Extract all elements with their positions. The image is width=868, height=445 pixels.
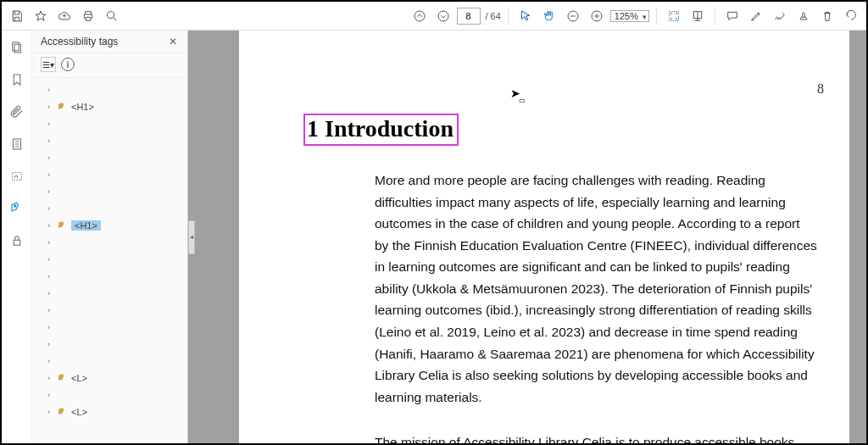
collapse-panel-handle[interactable]: ◂ bbox=[188, 220, 195, 254]
tag-tree-item[interactable]: ›<P> bbox=[41, 387, 187, 403]
page-up-icon[interactable] bbox=[409, 6, 430, 26]
separator bbox=[715, 8, 715, 25]
chevron-right-icon[interactable]: › bbox=[47, 170, 50, 179]
body-paragraph: More and more people are facing challeng… bbox=[375, 170, 817, 408]
chevron-right-icon[interactable]: › bbox=[47, 391, 50, 399]
cloud-upload-icon[interactable] bbox=[54, 6, 75, 26]
chevron-right-icon[interactable]: › bbox=[47, 187, 50, 196]
separator bbox=[508, 8, 509, 25]
tag-tree-item[interactable]: ›<P> bbox=[41, 200, 187, 217]
delete-icon[interactable] bbox=[817, 6, 837, 26]
heading-tag-icon bbox=[58, 220, 68, 231]
security-icon[interactable] bbox=[8, 232, 25, 249]
undo-icon[interactable] bbox=[841, 6, 861, 26]
close-panel-icon[interactable]: ✕ bbox=[169, 36, 181, 47]
page-total-label: / 64 bbox=[486, 11, 501, 21]
tree-options-icon[interactable]: ☰▾ bbox=[41, 57, 56, 72]
accessibility-tags-icon[interactable] bbox=[8, 200, 25, 217]
cursor-indicator: ➤▭ bbox=[510, 86, 527, 100]
chevron-right-icon[interactable]: › bbox=[47, 103, 54, 111]
fit-page-icon[interactable] bbox=[664, 6, 684, 26]
zoom-in-icon[interactable] bbox=[587, 6, 607, 26]
tag-tree-item[interactable]: ›<P> bbox=[41, 302, 187, 319]
svg-point-11 bbox=[14, 205, 15, 207]
bookmarks-icon[interactable] bbox=[8, 71, 25, 88]
tag-label: <L> bbox=[71, 373, 87, 383]
chevron-right-icon[interactable]: › bbox=[47, 120, 50, 128]
comment-icon[interactable] bbox=[722, 6, 743, 26]
tag-tree-item[interactable]: ›<P> bbox=[41, 285, 187, 302]
info-icon[interactable]: i bbox=[61, 58, 75, 71]
tag-tree-item[interactable]: ›<L> bbox=[41, 403, 187, 420]
page-number-label: 8 bbox=[817, 81, 824, 97]
tag-tree-item-selected[interactable]: ›<H1> bbox=[41, 217, 187, 234]
chevron-right-icon[interactable]: › bbox=[47, 238, 50, 247]
chevron-right-icon[interactable]: › bbox=[47, 86, 50, 94]
body-paragraph: The mission of Accessibility Library Cel… bbox=[375, 431, 817, 443]
select-tool-icon[interactable] bbox=[515, 6, 536, 26]
chevron-right-icon[interactable]: › bbox=[47, 289, 50, 298]
page-down-icon[interactable] bbox=[433, 6, 453, 26]
tag-tree-item[interactable]: ›<P> bbox=[41, 234, 187, 251]
accessibility-tags-panel: Accessibility tags ✕ ☰▾ i ›<P>›<H1>›<P>›… bbox=[32, 31, 188, 443]
chevron-right-icon[interactable]: › bbox=[47, 255, 50, 264]
page-number-input[interactable] bbox=[457, 8, 481, 25]
zoom-out-icon[interactable] bbox=[563, 6, 583, 26]
zoom-dropdown[interactable]: 125% bbox=[610, 10, 649, 22]
document-viewport[interactable]: ◂ ➤▭ 8 1 Introduction More and more peop… bbox=[188, 31, 866, 443]
thumbnails-icon[interactable] bbox=[8, 39, 25, 56]
tags-tree[interactable]: ›<P>›<H1>›<P>›<P>›<P>›<P>›<P>›<P>›<H1>›<… bbox=[32, 78, 187, 443]
chevron-right-icon[interactable]: › bbox=[47, 340, 50, 348]
tag-tree-item[interactable]: ›<P> bbox=[41, 166, 187, 183]
separator bbox=[656, 8, 657, 25]
tag-tree-item[interactable]: ›<P> bbox=[41, 336, 187, 353]
tag-tree-item[interactable]: ›<L> bbox=[41, 370, 187, 387]
tag-tree-item[interactable]: ›<P> bbox=[41, 115, 187, 132]
tag-tree-item[interactable]: ›<P> bbox=[41, 132, 187, 149]
svg-point-0 bbox=[108, 11, 114, 18]
chevron-right-icon[interactable]: › bbox=[47, 408, 54, 416]
tag-tree-item[interactable]: ›<P> bbox=[41, 183, 187, 200]
document-page: ➤▭ 8 1 Introduction More and more people… bbox=[239, 31, 849, 443]
print-icon[interactable] bbox=[78, 6, 98, 26]
search-icon[interactable] bbox=[102, 6, 122, 26]
tag-tree-item[interactable]: ›<P> bbox=[41, 268, 187, 285]
layers-icon[interactable] bbox=[8, 136, 25, 153]
heading-tag-icon bbox=[58, 373, 68, 383]
tag-tree-item[interactable]: ›<P> bbox=[41, 81, 187, 98]
hand-tool-icon[interactable] bbox=[539, 6, 559, 26]
tag-tree-item[interactable]: ›<P> bbox=[41, 251, 187, 268]
tag-tree-item[interactable]: ›<P> bbox=[41, 149, 187, 166]
heading-tag-icon bbox=[58, 102, 68, 112]
chevron-right-icon[interactable]: › bbox=[47, 374, 54, 382]
tag-tree-item[interactable]: ›<P> bbox=[41, 319, 187, 336]
save-icon[interactable] bbox=[7, 6, 27, 26]
read-mode-icon[interactable] bbox=[687, 6, 708, 26]
attachments-icon[interactable] bbox=[8, 103, 25, 120]
chevron-right-icon[interactable]: › bbox=[47, 221, 54, 230]
chevron-right-icon[interactable]: › bbox=[47, 323, 50, 331]
sign-icon[interactable] bbox=[770, 6, 790, 26]
highlight-icon[interactable] bbox=[746, 6, 766, 26]
signatures-icon[interactable] bbox=[8, 168, 25, 185]
svg-point-1 bbox=[415, 11, 425, 21]
chevron-right-icon[interactable]: › bbox=[47, 306, 50, 314]
chevron-right-icon[interactable]: › bbox=[47, 204, 50, 213]
svg-rect-8 bbox=[14, 44, 21, 53]
tag-tree-item[interactable]: ›<H1> bbox=[41, 98, 187, 115]
chevron-right-icon[interactable]: › bbox=[47, 272, 50, 281]
tag-label: <H1> bbox=[71, 220, 101, 231]
chevron-right-icon[interactable]: › bbox=[47, 153, 50, 162]
tag-tree-item[interactable]: ›<P> bbox=[41, 353, 187, 370]
chevron-right-icon[interactable]: › bbox=[47, 136, 50, 145]
tag-label: <H1> bbox=[71, 102, 94, 112]
heading-tag-icon bbox=[58, 407, 68, 417]
main-toolbar: / 64 125% bbox=[2, 2, 866, 31]
star-icon[interactable] bbox=[31, 6, 51, 26]
panel-title: Accessibility tags bbox=[41, 36, 118, 47]
stamp-icon[interactable] bbox=[793, 6, 814, 26]
chevron-right-icon[interactable]: › bbox=[47, 357, 50, 365]
sidebar-rail bbox=[2, 31, 32, 443]
tag-label: <L> bbox=[71, 407, 87, 417]
svg-point-2 bbox=[438, 11, 448, 21]
